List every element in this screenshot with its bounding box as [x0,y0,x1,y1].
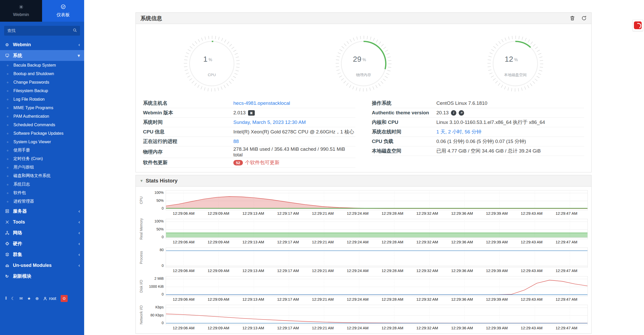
sidebar-subitem-label: 用户与群组 [13,165,34,170]
chevron-left-icon: ‹ [78,42,80,47]
github-icon[interactable]: ✳ [459,110,464,116]
sidebar: Webmin 仪表板 ⚙Webmin‹系统▾○Bacula Backup Sys… [0,0,84,335]
search-input[interactable] [7,28,73,33]
svg-text:12 %: 12 % [505,55,518,63]
info-label: Authentic theme version [372,110,436,116]
x-axis-label: 12:29:32 AM [410,268,445,273]
language-icon[interactable]: ⊕ [35,296,39,301]
info-label: 本地磁盘空间 [372,148,436,154]
sidebar-subitem[interactable]: ○系统日志 [0,180,84,189]
circle-icon: ○ [7,174,13,178]
chart-x-labels: 12:29:06 AM12:29:09 AM12:29:13 AM12:29:1… [166,268,584,273]
gear-icon: ⚙ [5,42,13,47]
chart-process: Process800 [137,248,588,268]
sidebar-section-label: 硬件 [13,241,22,247]
sidebar-subitem[interactable]: ○使用手册 [0,146,84,155]
logged-in-user[interactable]: root [43,296,56,301]
sidebar-subitem[interactable]: ○System Logs Viewer [0,138,84,146]
sidebar-subitem[interactable]: ○Scheduled Commands [0,121,84,129]
sidebar-section[interactable]: ↻刷新模块 [0,271,84,282]
sidebar-section-label: 群集 [13,251,22,258]
search-icon[interactable] [73,28,77,33]
trash-icon[interactable] [570,15,575,21]
sidebar-subitem-label: Log File Rotation [13,97,45,102]
night-mode-icon[interactable]: ☾ [11,296,15,301]
chart-axis-title: Process [137,248,146,268]
sidebar-footer: ‖☾✉★⊕ root [5,295,68,302]
sidebar-section[interactable]: Tools‹ [0,217,84,227]
cluster-icon [5,252,13,257]
chart-disk-i-o: Disk I/O2 MiB1000 KiB0 [137,276,588,296]
favorites-icon[interactable]: ★ [27,296,31,301]
collapse-caret-icon[interactable]: ▾ [140,178,143,184]
circle-icon: ○ [7,183,13,186]
tab-dashboard[interactable]: 仪表板 [42,0,84,22]
sidebar-subitem-label: Scheduled Commands [13,123,55,127]
info-row: 系统时间Sunday, March 5, 2023 12:30 AM [143,118,355,127]
sidebar-section[interactable]: 网络‹ [0,227,84,238]
x-axis-label: 12:29:06 AM [166,297,201,301]
info-row: CPU 负载0.06 (1 分钟) 0.06 (5 分钟) 0.07 (15 分… [372,137,584,146]
sidebar-subitem[interactable]: ○Filesystem Backup [0,86,84,95]
sidebar-subitem[interactable]: ○Bacula Backup System [0,61,84,69]
info-value-link[interactable]: 个软件包可更新 [245,159,280,166]
stats-history-panel: ▾ Stats History CPU100%50%012:29:06 AM12… [136,175,592,334]
info-value: Intel(R) Xeon(R) Gold 6278C CPU @ 2.60GH… [233,129,354,135]
x-axis-label: 12:29:09 AM [201,297,236,301]
chart-y-ticks: Kbps80 Kbps0 [146,305,166,325]
tab-webmin[interactable]: Webmin [0,0,42,22]
info-value: Linux 3.10.0-1160.53.1.el7.x86_64 执行于 x8… [436,119,545,126]
info-value-link[interactable]: Sunday, March 5, 2023 12:30 AM [233,119,306,125]
x-axis-label: 12:29:32 AM [410,240,445,244]
logout-button[interactable] [61,295,68,302]
usage-gauge: 12 %本地磁盘空间 [440,33,591,94]
x-axis-label: 12:29:43 AM [514,326,549,330]
webmin-logo-icon [19,4,24,11]
sidebar-subitem[interactable]: ○Software Package Updates [0,129,84,138]
sidebar-subitem[interactable]: ○用户与群组 [0,163,84,172]
x-axis-label: 12:29:36 AM [445,268,480,273]
x-axis-label: 12:29:32 AM [410,297,445,301]
sidebar-subitem[interactable]: ○磁盘和网络文件系统 [0,172,84,180]
footer-icons: ‖☾✉★⊕ [5,296,39,301]
chevron-left-icon: ‹ [78,230,80,236]
reload-icon[interactable] [581,15,587,21]
sidebar-section[interactable]: 系统▾ [0,50,84,61]
sidebar-subitem[interactable]: ○进程管理器 [0,197,84,206]
sidebar-subitem[interactable]: ○MIME Type Programs [0,103,84,112]
y-axis-tick: 50% [156,227,164,231]
stats-history-title: Stats History [146,178,178,184]
y-axis-tick: 50% [156,198,164,203]
info-label: 软件包更新 [143,159,233,166]
chart-y-ticks: 100%50%0 [146,190,166,210]
x-axis-label: 12:29:21 AM [305,326,340,330]
sidebar-section-label: Webmin [13,42,31,47]
sidebar-subitem-label: 系统日志 [13,182,30,187]
sidebar-subitem[interactable]: ○定时任务 (Cron) [0,155,84,163]
update-badge-icon[interactable]: ▣ [248,110,255,116]
sidebar-subitem[interactable]: ○Change Passwords [0,78,84,86]
sidebar-section[interactable]: ⚙Webmin‹ [0,39,84,50]
info-icon[interactable]: i [451,110,456,116]
sidebar-section[interactable]: 硬件‹ [0,238,84,249]
sidebar-subitem[interactable]: ○软件包 [0,189,84,197]
info-value-link[interactable]: 1 天, 2 小时, 56 分钟 [436,129,481,135]
chart-real-memory: Real Memory100%50%0 [137,219,588,239]
sidebar-section[interactable]: 服务器‹ [0,206,84,217]
info-row: CPU 信息Intel(R) Xeon(R) Gold 6278C CPU @ … [143,127,355,137]
x-axis-label: 12:29:36 AM [445,297,480,301]
sidebar-subitem[interactable]: ○Bootup and Shutdown [0,69,84,78]
x-axis-label: 12:29:43 AM [514,240,549,244]
sidebar-subitem[interactable]: ○Log File Rotation [0,95,84,103]
x-axis-label: 12:29:39 AM [479,211,514,216]
info-value-link[interactable]: 88 [233,139,239,144]
mail-icon[interactable]: ✉ [19,296,23,301]
info-row: 内核和 CPULinux 3.10.0-1160.53.1.el7.x86_64… [372,118,584,127]
browser-extension-icon[interactable] [633,20,643,31]
x-axis-label: 12:29:17 AM [271,211,305,216]
sidebar-section[interactable]: Un-used Modules‹ [0,260,84,271]
sidebar-section[interactable]: 群集‹ [0,249,84,260]
pause-icon[interactable]: ‖ [5,296,7,301]
info-value-link[interactable]: hecs-4981.openstacklocal [233,100,290,106]
sidebar-subitem[interactable]: ○PAM Authentication [0,112,84,121]
